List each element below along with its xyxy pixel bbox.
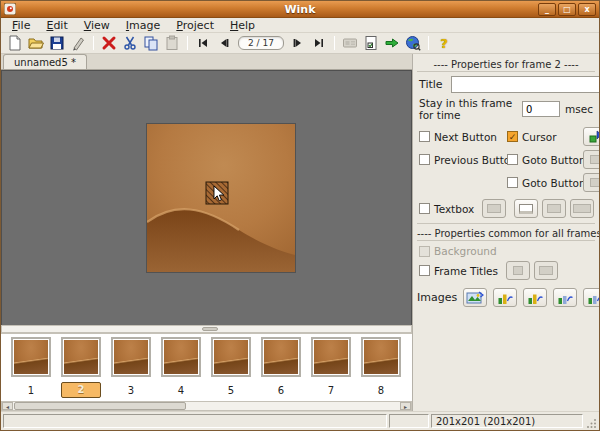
thumbnail-image xyxy=(14,340,48,374)
titlebar[interactable]: Wink _ □ x xyxy=(1,1,599,18)
close-button[interactable]: x xyxy=(578,3,596,16)
frame-thumbnail-4[interactable] xyxy=(161,337,201,377)
menu-edit[interactable]: Edit xyxy=(39,18,74,33)
minimize-button[interactable]: _ xyxy=(538,3,556,16)
next-button-checkbox[interactable]: Next Button xyxy=(419,131,503,143)
help-button[interactable]: ? xyxy=(435,34,453,52)
canvas-horizontal-scrollbar[interactable] xyxy=(1,325,412,333)
image-preset-button-5[interactable] xyxy=(583,288,599,307)
resize-grip[interactable] xyxy=(585,414,597,428)
paste-button[interactable] xyxy=(163,34,181,52)
disabled-image-icon xyxy=(487,204,501,213)
choose-cursor-button[interactable] xyxy=(583,127,599,146)
textbox-option-button-3[interactable] xyxy=(570,199,594,218)
frame-title-input[interactable] xyxy=(451,76,599,93)
stay-time-input[interactable] xyxy=(522,101,560,117)
frame-thumbnail-5[interactable] xyxy=(211,337,251,377)
image-preset-button-4[interactable] xyxy=(553,288,577,307)
frame-number-7[interactable]: 7 xyxy=(311,385,351,396)
menu-image[interactable]: Image xyxy=(119,18,167,33)
previous-button-checkbox[interactable]: Previous Button xyxy=(419,154,503,166)
choose-goto1-image-button[interactable] xyxy=(583,150,599,169)
images-label: Images xyxy=(417,291,457,304)
view-rendered-output-button[interactable] xyxy=(404,34,422,52)
wink-window: Wink _ □ x File Edit View Image Project … xyxy=(0,0,600,431)
copy-button[interactable] xyxy=(142,34,160,52)
project-settings-button[interactable] xyxy=(362,34,380,52)
image-preset-button-2[interactable] xyxy=(493,288,517,307)
image-preset-button-1[interactable] xyxy=(463,288,487,307)
next-frame-button[interactable] xyxy=(289,34,307,52)
menu-project[interactable]: Project xyxy=(169,18,221,33)
goto-button-2-checkbox[interactable]: Goto Button 2 xyxy=(507,177,579,189)
title-label: Title xyxy=(419,78,443,91)
frame-number-8[interactable]: 8 xyxy=(361,385,401,396)
cursor-checkbox[interactable]: ✓Cursor xyxy=(507,131,579,143)
previous-frame-button[interactable] xyxy=(215,34,233,52)
frame-number-3[interactable]: 3 xyxy=(111,385,151,396)
checkbox-box[interactable] xyxy=(419,203,430,214)
frame-thumbnail-2[interactable] xyxy=(61,337,101,377)
frame-thumbnail-7[interactable] xyxy=(311,337,351,377)
menu-view[interactable]: View xyxy=(77,18,117,33)
first-frame-button[interactable] xyxy=(194,34,212,52)
frame-titles-style-button[interactable] xyxy=(506,261,530,280)
choose-palette-button[interactable] xyxy=(341,34,359,52)
render-arrow-icon xyxy=(384,35,400,51)
checkbox-check-icon[interactable]: ✓ xyxy=(507,131,518,142)
textbox-checkbox[interactable]: Textbox xyxy=(419,203,474,215)
delete-frame-button[interactable] xyxy=(100,34,118,52)
last-frame-button[interactable] xyxy=(310,34,328,52)
filmstrip-scroll-thumb[interactable] xyxy=(14,402,186,410)
msec-label: msec xyxy=(565,103,593,115)
frame-thumbnail-6[interactable] xyxy=(261,337,301,377)
frame-canvas[interactable] xyxy=(1,70,412,325)
menu-help[interactable]: Help xyxy=(223,18,262,33)
save-project-button[interactable] xyxy=(48,34,66,52)
new-project-button[interactable] xyxy=(6,34,24,52)
frame-thumbnail-8[interactable] xyxy=(361,337,401,377)
textbox-style-button[interactable] xyxy=(482,199,506,218)
filmstrip-scrollbar[interactable]: ◂ ▸ xyxy=(1,401,412,411)
delete-x-icon xyxy=(101,35,117,51)
canvas-scrollbar-thumb[interactable] xyxy=(202,327,218,331)
frame-number-2-selected[interactable]: 2 xyxy=(61,382,101,398)
checkbox-box[interactable] xyxy=(419,131,430,142)
choose-goto2-image-button[interactable] xyxy=(583,173,599,192)
checkbox-box[interactable] xyxy=(507,177,518,188)
filmstrip-scroll-track[interactable] xyxy=(13,402,400,410)
thumbnail-image xyxy=(214,340,248,374)
render-button[interactable] xyxy=(383,34,401,52)
frame-number-6[interactable]: 6 xyxy=(261,385,301,396)
frame-number-4[interactable]: 4 xyxy=(161,385,201,396)
thumbnail-row xyxy=(1,334,412,379)
frame-titles-checkbox[interactable]: Frame Titles xyxy=(419,265,498,277)
tab-unnamed5[interactable]: unnamed5 * xyxy=(3,54,87,69)
edit-textbox-button[interactable] xyxy=(514,199,538,218)
frame-thumbnail-1[interactable] xyxy=(11,337,51,377)
checkbox-box[interactable] xyxy=(419,265,430,276)
frame-titles-edit-button[interactable] xyxy=(534,261,558,280)
image-preset-button-3[interactable] xyxy=(523,288,547,307)
checkbox-box[interactable] xyxy=(419,154,430,165)
resize-grip-icon xyxy=(587,418,597,428)
goto-button-1-checkbox[interactable]: Goto Button 1 xyxy=(507,154,579,166)
globe-icon xyxy=(405,35,421,51)
tab-bar: unnamed5 * xyxy=(1,54,412,70)
maximize-button[interactable]: □ xyxy=(558,3,576,16)
menu-file[interactable]: File xyxy=(5,18,37,33)
scroll-left-icon[interactable]: ◂ xyxy=(2,402,13,410)
frame-number-5[interactable]: 5 xyxy=(211,385,251,396)
frame-number-1[interactable]: 1 xyxy=(11,385,51,396)
open-project-button[interactable] xyxy=(27,34,45,52)
checkbox-box[interactable] xyxy=(507,154,518,165)
cursor-label: Cursor xyxy=(522,131,557,143)
cut-button[interactable] xyxy=(121,34,139,52)
textbox-option-button-2[interactable] xyxy=(542,199,566,218)
frame-thumbnail-3[interactable] xyxy=(111,337,151,377)
thumbnail-image xyxy=(364,340,398,374)
export-button[interactable] xyxy=(69,34,87,52)
scroll-right-icon[interactable]: ▸ xyxy=(400,402,411,410)
checkbox-box-disabled xyxy=(419,246,430,257)
frame-image[interactable] xyxy=(147,124,295,272)
